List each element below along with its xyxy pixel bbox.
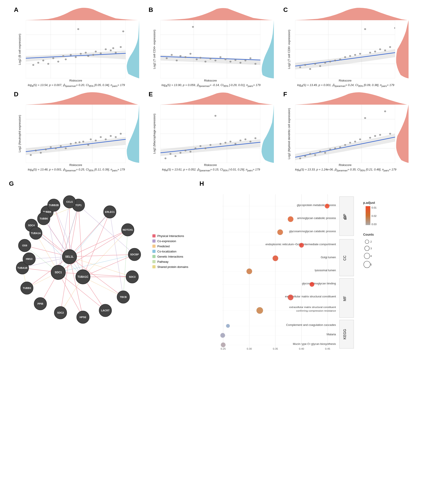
legend-colocalization: Co-localization [152,250,188,253]
bottom-section: G [0,173,422,356]
panel-f-right-density [395,105,409,163]
svg-text:0.25: 0.25 [221,347,226,350]
svg-point-138 [79,141,80,143]
svg-text:CC: CC [343,255,347,260]
svg-text:0.02: 0.02 [372,214,377,217]
svg-point-215 [369,137,371,139]
svg-text:KEGG: KEGG [343,329,347,339]
svg-point-174 [209,144,212,146]
legend-genetic-interactions: Genetic Interactions [152,255,188,258]
network-svg-container: TCP1 ERLEC1 NOTCH1 SDCBP SDC3 TBCB [9,190,148,328]
svg-point-168 [179,152,182,154]
svg-text:Malaria: Malaria [327,333,336,336]
svg-point-93 [314,63,316,65]
svg-point-103 [364,28,366,30]
svg-point-59 [196,59,198,60]
panel-e-container: Log2 (Macrophage expression) [148,91,274,167]
svg-point-15 [52,57,54,59]
svg-text:SDC2: SDC2 [57,311,64,314]
panel-a-top-density-svg [26,7,138,20]
panel-f-container: Log2 (Myeloid dendritic cell expression) [283,91,409,167]
panel-c: C Log2 (T cell CD8+ expression) [278,5,413,89]
svg-text:conferring compression resista: conferring compression resistance [296,309,336,312]
svg-point-26 [95,51,97,52]
svg-point-142 [95,139,97,141]
svg-point-105 [374,51,376,52]
svg-point-376 [246,268,252,274]
svg-point-20 [75,56,77,58]
svg-point-202 [304,155,306,157]
svg-point-179 [234,143,236,145]
panel-e-top-density [160,91,273,105]
svg-point-70 [250,57,251,59]
svg-point-96 [329,61,331,62]
svg-point-18 [65,59,67,60]
svg-point-17 [62,55,64,57]
panel-e-canvas: 0.4 0.3 0.2 0.1 1 3 5 [160,105,260,163]
svg-point-58 [192,26,194,28]
legend-shared-label: Shared protein domains [157,265,188,269]
panel-c-right-density [395,20,409,78]
legend-genetic-label: Genetic Interactions [157,255,183,258]
svg-point-382 [221,342,226,347]
svg-text:0.01: 0.01 [372,206,377,209]
legend-pathway-label: Pathway [157,260,169,264]
svg-point-67 [234,59,236,61]
legend-coexpression: Co-expression [152,240,188,243]
svg-point-21 [77,28,79,30]
svg-point-166 [169,153,171,155]
panel-a-y-axis: Log2 (B cell expression) [13,20,26,78]
svg-point-107 [384,49,386,51]
panel-b-stat: log4(S) = 13.90, p = 0.059, ρ̂Spearman= … [162,83,261,88]
legend-colocalization-label: Co-localization [157,250,176,253]
panel-b: B Log2 (T cell CD4+ expression) [144,5,278,89]
svg-point-218 [384,110,386,112]
svg-point-62 [209,58,212,60]
svg-point-217 [379,134,381,136]
svg-text:SDCBP: SDCBP [130,253,139,256]
svg-point-167 [174,155,176,157]
panel-e: E Log2 (Macrophage expression) [144,89,278,173]
svg-point-25 [92,54,94,56]
svg-point-183 [254,137,256,139]
svg-point-104 [369,52,371,54]
panel-f: F Log2 (Myeloid dendritic cell expressio… [278,89,413,173]
legend-predicted-label: Predicted [157,245,170,248]
svg-point-219 [389,133,391,135]
svg-point-139 [82,141,84,143]
svg-point-53 [171,54,173,56]
svg-point-99 [344,56,346,58]
svg-text:0.40: 0.40 [299,347,304,350]
svg-point-182 [250,141,251,143]
panel-c-top-density [295,7,407,20]
svg-point-52 [166,57,168,59]
legend-genetic-color [152,255,156,258]
panel-a-right-density-svg [126,20,139,78]
legend-shared-color [152,265,156,268]
panel-e-y-axis: Log2 (Macrophage expression) [148,105,160,163]
svg-point-140 [87,144,89,146]
svg-text:ERLEC1: ERLEC1 [105,210,115,213]
svg-point-201 [299,157,301,159]
panel-e-stat: log4(S) = 13.61, p = 0.052, ρ̂Spearman= … [162,168,260,172]
panel-h: H BP BP CC MF KEGG [199,180,413,352]
legend-predicted: Predicted [152,245,188,248]
svg-point-94 [319,65,321,67]
svg-point-23 [85,52,87,54]
svg-text:p.adjust: p.adjust [363,201,375,204]
svg-point-106 [379,48,381,50]
svg-point-135 [65,147,67,149]
bubble-plot-container: BP BP CC MF KEGG glycoprotein metabolic … [199,190,413,352]
panel-f-x-label: Riskscore [339,163,351,167]
svg-text:MF: MF [343,296,347,301]
svg-point-205 [319,151,321,153]
svg-point-131 [45,149,47,150]
svg-point-380 [226,324,230,328]
panel-a-main: Log2 (B cell expression) [13,20,139,78]
network-svg: TCP1 ERLEC1 NOTCH1 SDCBP SDC3 TBCB [9,190,148,328]
svg-text:TUBA1C: TUBA1C [78,275,89,278]
svg-point-61 [204,61,206,62]
svg-point-204 [314,154,316,156]
svg-point-16 [57,61,59,62]
svg-point-171 [195,147,196,149]
